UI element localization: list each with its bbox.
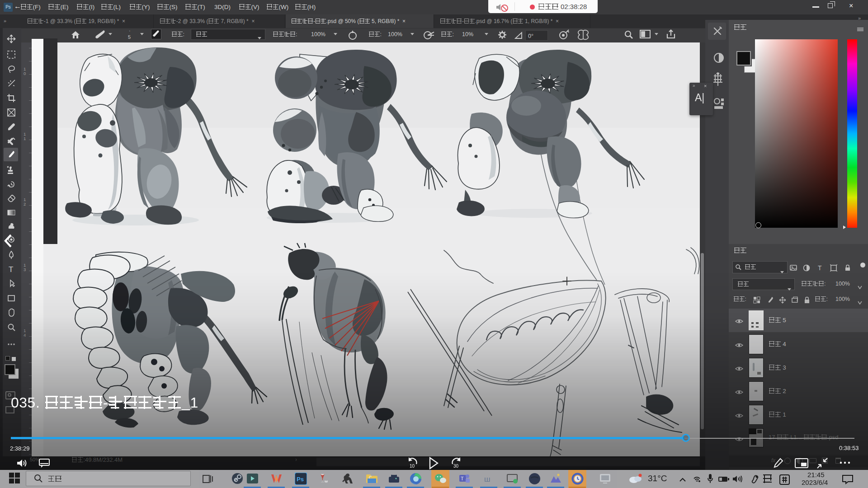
svg-text:10: 10 (410, 464, 415, 469)
svg-text:30: 30 (453, 464, 459, 469)
svg-text:T: T (818, 264, 822, 272)
